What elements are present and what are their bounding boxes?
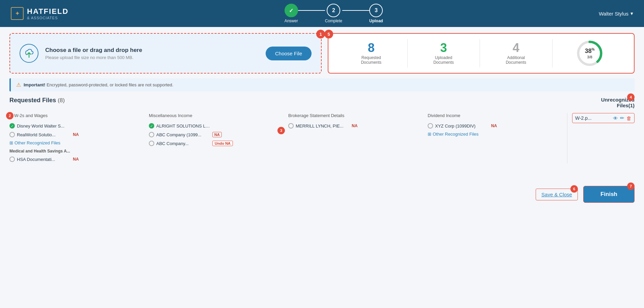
files-grid: 2 W-2s and Wages ✓ Disney World Walter S… [9, 113, 635, 164]
step-complete-label: Complete [325, 19, 342, 23]
file-name: XYZ Corp (1099DIV) [435, 123, 489, 129]
file-row[interactable]: ✓ Disney World Walter S... [9, 121, 142, 130]
check-icon: ✓ [9, 123, 15, 129]
file-name: ALRIGHT SOLUTIONS LIL... [156, 123, 210, 129]
plus-icon: ⊞ [428, 132, 431, 137]
finish-button[interactable]: Finish [583, 186, 635, 203]
na-badge: NA [73, 132, 79, 137]
na-badge: NA [73, 157, 79, 162]
file-name: Disney World Walter S... [17, 123, 71, 129]
stat-additional-label: AdditionalDocuments [506, 55, 526, 65]
badge-5: 5 [324, 30, 333, 38]
step-upload-label: Upload [369, 19, 383, 23]
stat-additional-number: 4 [513, 42, 519, 54]
logo-title: HATFIELD [27, 7, 69, 16]
file-row[interactable]: ABC Company... Undo NA [149, 139, 281, 148]
stats-card: 5 8 RequestedDocuments 3 UploadedDocumen… [328, 33, 635, 74]
unrecognized-file-name: W-2.p... [575, 115, 611, 121]
step-answer-label: Answer [285, 19, 298, 23]
cat-medical: Medical and Health Savings A... [9, 149, 142, 153]
other-recognized-link-dividend[interactable]: ⊞ Other Recognized Files [428, 132, 560, 137]
upload-card: 1 Choose a file or drag and drop here Pl… [9, 33, 322, 74]
section-header: Requested Files (8) 4 UnrecognizedFiles(… [9, 97, 635, 108]
file-row[interactable]: MERRILL LYNCH, PIE... NA [288, 121, 421, 130]
undo-na-button[interactable]: Undo NA [212, 141, 233, 146]
file-name: ABC Company (1099... [156, 132, 210, 137]
radio-button[interactable] [428, 123, 433, 129]
other-recognized-link[interactable]: ⊞ Other Recognized Files [9, 140, 142, 145]
upload-title: Choose a file or drag and drop here [45, 47, 259, 54]
col-brokerage-header: Brokerage Statement Details [288, 113, 421, 118]
col-dividend-header: Dividend Income [428, 113, 560, 118]
step-line-2 [342, 10, 369, 11]
stat-uploaded: 3 UploadedDocuments [408, 39, 480, 67]
logo-sub: & ASSOCIATES [27, 16, 69, 20]
file-name: RealWorld Solutio... [17, 132, 71, 137]
edit-icon[interactable]: ✏ [620, 115, 624, 121]
file-row[interactable]: ABC Company (1099... NA 3 [149, 130, 281, 139]
col-dividend: Dividend Income XYZ Corp (1099DIV) NA ⊞ … [428, 113, 560, 164]
choose-file-button[interactable]: Choose File [266, 47, 312, 60]
badge-7: 7 [627, 183, 635, 190]
step-upload: 3 Upload [369, 4, 383, 23]
user-name: Walter Stylus [599, 11, 628, 17]
notice-text: Important! Encrypted, password-protected… [24, 82, 173, 87]
file-row[interactable]: RealWorld Solutio... NA [9, 130, 142, 139]
user-chevron-icon: ▾ [630, 10, 633, 17]
stat-requested-number: 8 [368, 42, 375, 54]
section-title: Requested Files (8) [9, 97, 65, 104]
col-misc: Miscellaneous Income ✓ ALRIGHT SOLUTIONS… [149, 113, 281, 164]
stat-additional: 4 AdditionalDocuments [480, 39, 553, 67]
col-misc-header: Miscellaneous Income [149, 113, 281, 118]
main-content: 1 Choose a file or drag and drop here Pl… [0, 27, 644, 170]
progress-inner: 38% 3/8 [585, 48, 595, 59]
radio-button[interactable] [149, 141, 154, 146]
badge-1: 1 [316, 30, 325, 38]
step-answer: ✓ Answer [285, 4, 298, 23]
step-line-1 [298, 10, 325, 11]
view-icon[interactable]: 👁 [613, 115, 618, 121]
step-complete-circle: 2 [327, 4, 340, 17]
user-menu[interactable]: Walter Stylus ▾ [599, 10, 633, 17]
progress-circle: 38% 3/8 [553, 40, 627, 67]
radio-button[interactable] [9, 157, 15, 162]
unrecognized-col: W-2.p... 👁 ✏ 🗑 [567, 113, 635, 164]
radio-button[interactable] [149, 132, 154, 137]
upload-text: Choose a file or drag and drop here Plea… [45, 47, 259, 60]
section-count: (8) [58, 97, 65, 104]
progress-ring: 38% 3/8 [576, 40, 603, 67]
unrecognized-header: 4 UnrecognizedFiles(1) [601, 97, 635, 108]
badge-4: 4 [627, 93, 635, 101]
save-close-wrap: 6 Save & Close [536, 189, 578, 200]
badge-3-marker: 3 [277, 127, 285, 134]
plus-icon: ⊞ [9, 140, 13, 145]
check-icon: ✓ [149, 123, 154, 129]
badge-6: 6 [570, 185, 578, 193]
unrecognized-file-row: W-2.p... 👁 ✏ 🗑 [572, 113, 635, 123]
delete-icon[interactable]: 🗑 [626, 115, 632, 121]
stat-uploaded-label: UploadedDocuments [433, 55, 454, 65]
file-row[interactable]: HSA Documentati... NA [9, 155, 142, 164]
radio-button[interactable] [9, 132, 15, 137]
upload-icon [20, 44, 38, 63]
file-name: HSA Documentati... [17, 157, 71, 162]
step-upload-circle: 3 [369, 4, 383, 17]
top-row: 1 Choose a file or drag and drop here Pl… [9, 33, 635, 74]
stepper: ✓ Answer 2 Complete 3 Upload [285, 4, 383, 23]
stat-uploaded-number: 3 [440, 42, 447, 54]
badge-2: 2 [6, 112, 14, 119]
bottom-bar: 6 Save & Close 7 Finish [0, 180, 644, 209]
stat-requested: 8 RequestedDocuments [335, 39, 408, 67]
col-w2s: 2 W-2s and Wages ✓ Disney World Walter S… [9, 113, 142, 164]
logo-icon: ✦ [11, 7, 24, 20]
file-row[interactable]: ✓ ALRIGHT SOLUTIONS LIL... [149, 121, 281, 130]
radio-button[interactable] [288, 123, 294, 129]
na-box: NA [212, 132, 222, 137]
step-answer-circle: ✓ [285, 4, 298, 17]
na-badge: NA [491, 123, 497, 128]
na-badge: NA [352, 123, 357, 128]
notice-bar: ⚠ Important! Encrypted, password-protect… [9, 78, 635, 91]
col-w2s-header: 2 W-2s and Wages [9, 113, 142, 118]
file-row[interactable]: XYZ Corp (1099DIV) NA [428, 121, 560, 130]
stat-requested-label: RequestedDocuments [361, 55, 381, 65]
